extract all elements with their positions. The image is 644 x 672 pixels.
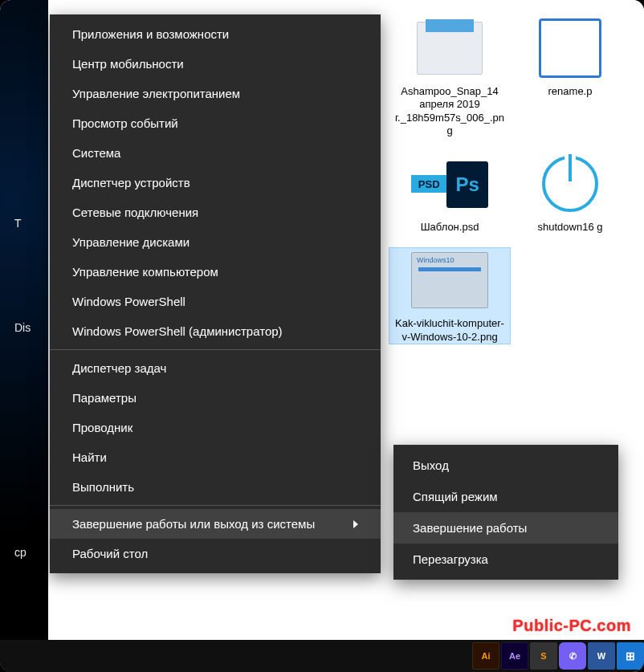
file-item-selected[interactable]: Windows10 Kak-vikluchit-komputer-v-Windo… [389, 248, 510, 344]
menu-item-network-connections[interactable]: Сетевые подключения [50, 198, 381, 227]
windows10-thumb: Windows10 [411, 252, 488, 308]
menu-item-label: Диспетчер устройств [72, 176, 190, 189]
menu-item-label: Выполнить [72, 480, 134, 494]
file-grid: 🐱 Ashampoo_Snap_14 апреля 2019 г._18h59m… [381, 0, 644, 374]
menu-item-event-viewer[interactable]: Просмотр событий [50, 108, 381, 138]
menu-item-label: Сетевые подключения [72, 206, 198, 219]
menu-item-label: Рабочий стол [72, 547, 148, 560]
menu-item-label: Завершение работы [413, 521, 527, 535]
menu-item-powershell[interactable]: Windows PowerShell [50, 287, 381, 316]
taskbar-icon-word[interactable]: W [588, 642, 615, 670]
menu-item-label: Перезагрузка [413, 552, 488, 566]
taskbar-icon-illustrator[interactable]: Ai [472, 642, 499, 670]
watermark-text: Public-PC.com [512, 617, 631, 635]
menu-item-shutdown-signout[interactable]: Завершение работы или выход из системы [50, 509, 381, 539]
menu-item-label: Спящий режим [413, 490, 498, 503]
file-thumbnail-icon: PSD Ps [411, 152, 488, 216]
menu-item-label: Параметры [72, 391, 137, 405]
screenshot-viewport: T Dis ср 🐱 Ashampoo_Snap_14 апреля 2019 … [0, 0, 644, 672]
file-thumbnail-icon [532, 152, 609, 216]
psd-badge: PSD [411, 175, 446, 193]
menu-item-desktop[interactable]: Рабочий стол [50, 539, 381, 568]
taskbar[interactable]: Ai Ae S ✆ W ⊞ [0, 640, 644, 672]
menu-item-label: Диспетчер задач [72, 361, 166, 375]
taskbar-icon-viber[interactable]: ✆ [559, 642, 586, 670]
file-name-label: Ashampoo_Snap_14 апреля 2019 г._18h59m57… [389, 85, 510, 137]
shutdown-submenu: Выход Спящий режим Завершение работы Пер… [393, 445, 618, 580]
menu-item-label: Управление дисками [72, 235, 190, 249]
menu-item-label: Система [72, 146, 120, 160]
submenu-item-shutdown[interactable]: Завершение работы [393, 512, 618, 544]
menu-item-label: Управление компьютером [72, 265, 218, 279]
menu-item-label: Просмотр событий [72, 116, 178, 130]
menu-item-label: Центр мобильности [72, 57, 184, 71]
menu-item-label: Найти [72, 450, 107, 464]
file-name-label: rename.p [510, 85, 630, 98]
menu-item-apps-features[interactable]: Приложения и возможности [50, 19, 381, 49]
menu-item-search[interactable]: Найти [50, 442, 381, 472]
desktop-text-fragment: Dis [14, 321, 31, 334]
menu-item-label: Приложения и возможности [72, 27, 229, 41]
winx-context-menu: Приложения и возможности Центр мобильнос… [50, 14, 381, 573]
menu-item-label: Проводник [72, 421, 132, 434]
submenu-item-restart[interactable]: Перезагрузка [393, 544, 618, 575]
desktop-text-fragment: T [14, 217, 22, 230]
menu-separator [50, 349, 381, 350]
menu-item-mobility-center[interactable]: Центр мобильности [50, 49, 381, 79]
menu-item-power-management[interactable]: Управление электропитанием [50, 79, 381, 108]
menu-item-device-manager[interactable]: Диспетчер устройств [50, 168, 381, 198]
menu-item-computer-management[interactable]: Управление компьютером [50, 257, 381, 287]
menu-item-powershell-admin[interactable]: Windows PowerShell (администратор) [50, 316, 381, 346]
menu-separator [50, 505, 381, 506]
file-item[interactable]: rename.p [510, 16, 630, 137]
menu-item-run[interactable]: Выполнить [50, 472, 381, 502]
menu-item-label: Завершение работы или выход из системы [72, 517, 315, 531]
chevron-right-icon [353, 520, 358, 528]
menu-item-system[interactable]: Система [50, 138, 381, 168]
file-name-label: Kak-vikluchit-komputer-v-Windows-10-2.pn… [389, 317, 510, 344]
menu-item-label: Windows PowerShell [72, 295, 185, 308]
menu-item-settings[interactable]: Параметры [50, 383, 381, 413]
file-item[interactable]: shutdown16 g [510, 152, 630, 234]
file-item[interactable]: 🐱 Ashampoo_Snap_14 апреля 2019 г._18h59m… [389, 16, 510, 137]
file-name-label: shutdown16 g [510, 221, 630, 234]
file-thumbnail-icon: 🐱 [411, 16, 488, 80]
submenu-item-sign-out[interactable]: Выход [393, 450, 618, 481]
menu-item-task-manager[interactable]: Диспетчер задач [50, 353, 381, 383]
taskbar-icon-after-effects[interactable]: Ae [501, 642, 528, 670]
file-thumbnail-icon: Windows10 [411, 248, 488, 312]
desktop-text-fragment: ср [14, 546, 26, 559]
desktop-background: T Dis ср [0, 0, 48, 672]
file-item[interactable]: PSD Ps Шаблон.psd [389, 152, 510, 234]
menu-item-label: Выход [413, 458, 449, 472]
menu-item-label: Windows PowerShell (администратор) [72, 324, 283, 338]
menu-item-disk-management[interactable]: Управление дисками [50, 227, 381, 257]
file-thumbnail-icon [532, 16, 609, 80]
menu-item-file-explorer[interactable]: Проводник [50, 413, 381, 442]
taskbar-icon-sublime[interactable]: S [530, 642, 557, 670]
power-icon [542, 156, 598, 212]
file-name-label: Шаблон.psd [389, 221, 510, 234]
submenu-item-sleep[interactable]: Спящий режим [393, 481, 618, 512]
psd-label: Ps [446, 161, 488, 208]
menu-item-label: Управление электропитанием [72, 87, 240, 100]
taskbar-icon-app[interactable]: ⊞ [617, 642, 644, 670]
